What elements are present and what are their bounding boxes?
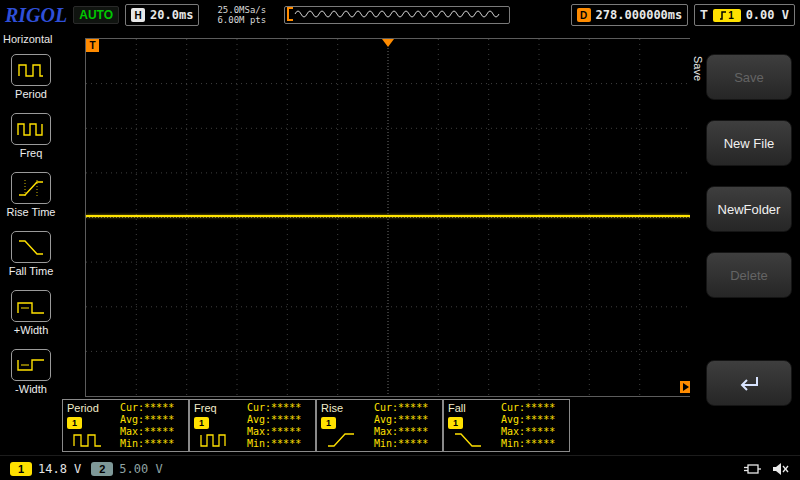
new-file-button[interactable]: New File xyxy=(706,120,792,166)
sidebar-item-label: Rise Time xyxy=(7,206,56,218)
return-arrow-icon xyxy=(736,374,762,392)
menu-title: Horizontal xyxy=(0,30,62,48)
sidebar-item-period[interactable]: Period xyxy=(11,54,51,100)
measurement-name: Period xyxy=(67,402,99,414)
measurement-name: Fall xyxy=(448,402,466,414)
enter-back-button[interactable] xyxy=(706,360,792,406)
trigger-position-marker[interactable] xyxy=(382,39,394,47)
sidebar-item-fall-time[interactable]: Fall Time xyxy=(9,231,54,277)
channel1-badge: 1 xyxy=(10,462,32,476)
measurement-max: Max:***** xyxy=(374,426,428,438)
trigger-source-badge: 1 xyxy=(713,9,741,22)
period-icon xyxy=(11,54,51,86)
measurement-min: Min:***** xyxy=(247,438,301,450)
graticule-grid xyxy=(86,39,690,396)
save-button[interactable]: Save xyxy=(706,54,792,100)
timebase-value: 20.0ms xyxy=(150,8,193,22)
measurement-min: Min:***** xyxy=(120,438,174,450)
channel-status-bar: 1 14.8 V 2 5.00 V xyxy=(0,455,800,480)
channel2-status[interactable]: 2 5.00 V xyxy=(91,462,162,476)
freq-waveform-icon xyxy=(200,432,230,449)
channel1-scale: 14.8 V xyxy=(38,462,81,476)
delay-box[interactable]: D 278.000000ms xyxy=(571,4,689,26)
period-waveform-icon xyxy=(73,432,103,449)
channel2-badge: 2 xyxy=(91,462,113,476)
delete-button[interactable]: Delete xyxy=(706,252,792,298)
sidebar-item-label: Period xyxy=(15,88,47,100)
run-status-badge[interactable]: AUTO xyxy=(73,6,119,24)
channel1-status[interactable]: 1 14.8 V xyxy=(10,462,81,476)
rise-waveform-icon xyxy=(327,432,357,449)
measurement-min: Min:***** xyxy=(501,438,555,450)
sidebar-item-plus-width[interactable]: +Width xyxy=(11,290,51,336)
channel-badge: 1 xyxy=(321,417,336,429)
horizontal-measure-menu: Horizontal Period Freq xyxy=(0,30,62,455)
memory-depth: 6.00M pts xyxy=(217,15,266,25)
sidebar-item-label: +Width xyxy=(14,324,49,336)
measurement-average: Avg:***** xyxy=(501,414,555,426)
measurement-current: Cur:***** xyxy=(374,402,428,414)
sidebar-item-label: Freq xyxy=(20,147,43,159)
minus-width-icon xyxy=(11,349,51,381)
measurement-max: Max:***** xyxy=(120,426,174,438)
measurement-average: Avg:***** xyxy=(374,414,428,426)
horizontal-h-badge: H xyxy=(131,8,145,22)
plus-width-icon xyxy=(11,290,51,322)
trigger-channel: 1 xyxy=(728,10,734,21)
trigger-t-label: T xyxy=(700,8,707,22)
waveform-display-area[interactable]: T xyxy=(85,38,691,397)
new-folder-button[interactable]: NewFolder xyxy=(706,186,792,232)
menu-tab-save: Save xyxy=(692,56,704,81)
measurement-item-period[interactable]: Period 1 Cur:***** Avg:***** Max:***** M… xyxy=(62,399,189,452)
measurement-item-fall[interactable]: Fall 1 Cur:***** Avg:***** Max:***** Min… xyxy=(443,399,570,452)
rising-edge-icon xyxy=(719,10,727,21)
speaker-icon[interactable] xyxy=(772,462,790,476)
measurement-max: Max:***** xyxy=(247,426,301,438)
oscilloscope-screen: RIGOL AUTO H 20.0ms 25.0MSa/s 6.00M pts … xyxy=(0,0,800,480)
horizontal-timebase-box[interactable]: H 20.0ms xyxy=(125,4,199,26)
fall-waveform-icon xyxy=(454,432,484,449)
rigol-logo: RIGOL xyxy=(5,4,67,27)
trigger-level-value: 0.00 V xyxy=(746,8,789,22)
measurement-item-rise[interactable]: Rise 1 Cur:***** Avg:***** Max:***** Min… xyxy=(316,399,443,452)
measurement-max: Max:***** xyxy=(501,426,555,438)
channel2-scale: 5.00 V xyxy=(119,462,162,476)
measurement-current: Cur:***** xyxy=(501,402,555,414)
sidebar-item-label: Fall Time xyxy=(9,265,54,277)
measurement-average: Avg:***** xyxy=(120,414,174,426)
channel-badge: 1 xyxy=(194,417,209,429)
memory-waveform-indicator[interactable] xyxy=(284,6,510,24)
measurement-current: Cur:***** xyxy=(247,402,301,414)
channel-badge: 1 xyxy=(448,417,463,429)
trigger-box[interactable]: T 1 0.00 V xyxy=(694,4,795,26)
window-bracket-icon xyxy=(288,8,293,20)
acquisition-info: 25.0MSa/s 6.00M pts xyxy=(217,5,266,25)
channel-badge: 1 xyxy=(67,417,82,429)
measurement-item-freq[interactable]: Freq 1 Cur:***** Avg:***** Max:***** Min… xyxy=(189,399,316,452)
measurement-average: Avg:***** xyxy=(247,414,301,426)
delay-d-badge: D xyxy=(577,8,591,22)
measurement-bar: Period 1 Cur:***** Avg:***** Max:***** M… xyxy=(62,399,570,452)
measurement-name: Freq xyxy=(194,402,217,414)
trigger-level-marker[interactable]: T xyxy=(86,39,99,52)
channel1-trace xyxy=(86,215,690,217)
top-status-bar: RIGOL AUTO H 20.0ms 25.0MSa/s 6.00M pts … xyxy=(0,0,800,30)
delay-value: 278.000000ms xyxy=(596,8,683,22)
sample-rate: 25.0MSa/s xyxy=(217,5,266,15)
sidebar-item-rise-time[interactable]: Rise Time xyxy=(7,172,56,218)
rise-time-icon xyxy=(11,172,51,204)
sidebar-item-minus-width[interactable]: -Width xyxy=(11,349,51,395)
measurement-current: Cur:***** xyxy=(120,402,174,414)
usb-icon xyxy=(742,462,762,476)
measurement-min: Min:***** xyxy=(374,438,428,450)
memory-waveform-icon xyxy=(285,7,507,21)
sidebar-item-label: -Width xyxy=(15,383,47,395)
freq-icon xyxy=(11,113,51,145)
save-softkey-menu: Save Save New File NewFolder Delete xyxy=(690,30,800,455)
sidebar-item-freq[interactable]: Freq xyxy=(11,113,51,159)
measurement-name: Rise xyxy=(321,402,343,414)
fall-time-icon xyxy=(11,231,51,263)
